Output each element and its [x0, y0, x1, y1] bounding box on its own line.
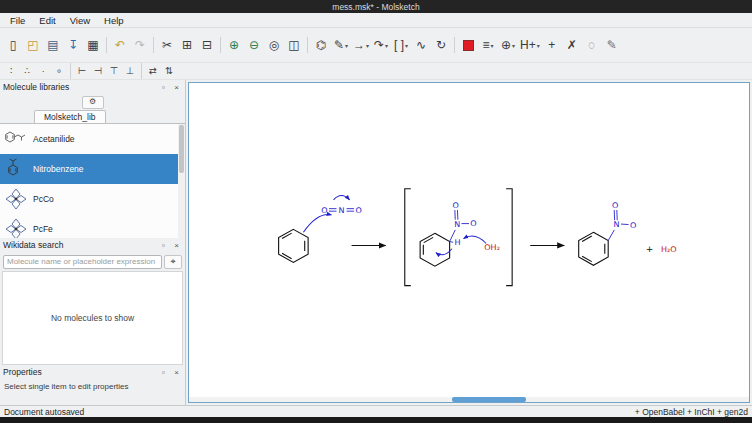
- float-icon: ▫: [162, 241, 165, 250]
- align-top-button[interactable]: ⊤: [107, 64, 121, 78]
- increase-charge-button[interactable]: ⊕▾: [499, 35, 517, 55]
- nitronium-ion: O N O: [321, 195, 361, 214]
- wikidata-panel-title: Wikidata search: [3, 240, 158, 250]
- redo-button[interactable]: ↷: [131, 35, 149, 55]
- rotate-tool-button[interactable]: ↻: [432, 35, 450, 55]
- print-document-button[interactable]: ▦: [84, 35, 102, 55]
- flip-horizontal-button[interactable]: ⇄: [146, 64, 160, 78]
- lasso-tool-button[interactable]: ◌: [583, 35, 601, 55]
- align-right-icon: ⊣: [94, 66, 102, 76]
- align-bottom-button[interactable]: ⊥: [123, 64, 137, 78]
- zoom-original-button[interactable]: ◎: [265, 35, 283, 55]
- zoom-in-button[interactable]: ⊕: [225, 35, 243, 55]
- delete-tool-button[interactable]: ✗: [563, 35, 581, 55]
- zoom-fit-button[interactable]: ◫: [285, 35, 303, 55]
- chain-tool-button[interactable]: ∿: [412, 35, 430, 55]
- bracket-right: [506, 189, 512, 286]
- reactant-benzene: [279, 229, 309, 262]
- hydrogen-add-button[interactable]: H+▾: [519, 35, 541, 55]
- flip-vertical-button[interactable]: ⇅: [162, 64, 176, 78]
- canvas-hscrollbar[interactable]: [189, 397, 749, 402]
- open-document-button[interactable]: ◰: [24, 35, 42, 55]
- align-top-icon: ⊤: [110, 66, 118, 76]
- remove-lone-pair-button[interactable]: ∴: [20, 64, 34, 78]
- svg-text:OH₂: OH₂: [484, 243, 500, 252]
- mechanism-arrow-tool-button[interactable]: ↷▾: [372, 35, 390, 55]
- print-document-icon: ▦: [87, 39, 98, 51]
- paste-button[interactable]: ⊟: [198, 35, 216, 55]
- wikidata-search-input[interactable]: [3, 255, 162, 269]
- wikidata-close-button[interactable]: ×: [171, 240, 182, 251]
- acetanilide-structure-icon: [3, 127, 29, 151]
- bracket-tool-icon: [ ]: [394, 39, 404, 51]
- statusbar: Document autosaved + OpenBabel + InChI +…: [0, 405, 752, 417]
- menu-file[interactable]: File: [3, 14, 32, 27]
- new-document-button[interactable]: ▯: [4, 35, 22, 55]
- wikidata-float-button[interactable]: ▫: [158, 240, 169, 251]
- desktop-strip: [0, 417, 752, 423]
- libraries-panel-header: Molecule libraries ▫ ×: [0, 80, 185, 94]
- close-icon: ×: [174, 368, 179, 377]
- library-scrollbar[interactable]: [178, 124, 185, 238]
- align-left-button[interactable]: ⊢: [75, 64, 89, 78]
- tab-molsketch-lib[interactable]: Molsketch_lib: [34, 110, 106, 123]
- library-item-label: PcFe: [33, 224, 53, 234]
- cut-icon: ✂: [162, 39, 172, 51]
- zoom-out-button[interactable]: ⊖: [245, 35, 263, 55]
- export-image-button[interactable]: ↧: [64, 35, 82, 55]
- cut-button[interactable]: ✂: [158, 35, 176, 55]
- align-right-button[interactable]: ⊣: [91, 64, 105, 78]
- library-scrollbar-thumb[interactable]: [179, 125, 184, 173]
- window-title: mess.msk* - Molsketch: [332, 2, 419, 12]
- float-icon: ▫: [162, 368, 165, 377]
- draw-tool-button[interactable]: ✎▾: [332, 35, 350, 55]
- library-item-nitrobenzene[interactable]: Nitrobenzene: [0, 154, 185, 184]
- drawing-canvas[interactable]: O N O: [188, 82, 750, 403]
- undo-button[interactable]: ↶: [111, 35, 129, 55]
- bracket-tool-button[interactable]: [ ]▾: [392, 35, 410, 55]
- library-config-button[interactable]: ⚙: [82, 96, 104, 109]
- reaction-arrow-tool-button[interactable]: →▾: [352, 35, 370, 55]
- insert-ring-icon: ⌬: [316, 39, 326, 51]
- wikidata-search-button[interactable]: ⌖: [164, 255, 182, 269]
- svg-text:O: O: [470, 220, 476, 229]
- svg-text:H₂O: H₂O: [661, 245, 677, 254]
- menu-view[interactable]: View: [63, 14, 97, 27]
- remove-radical-button[interactable]: ∘: [52, 64, 66, 78]
- svg-text:O: O: [612, 201, 618, 210]
- line-width-button[interactable]: ≡▾: [479, 35, 497, 55]
- remove-radical-icon: ∘: [56, 66, 62, 76]
- add-lone-pair-button[interactable]: ∶: [4, 64, 18, 78]
- menu-help[interactable]: Help: [97, 14, 131, 27]
- wikidata-panel-header: Wikidata search ▫ ×: [0, 238, 185, 252]
- dropdown-arrow-icon: ▾: [405, 42, 408, 49]
- libraries-panel-title: Molecule libraries: [3, 82, 158, 92]
- remove-lone-pair-icon: ∴: [24, 66, 30, 76]
- library-item-acetanilide[interactable]: Acetanilide: [0, 124, 185, 154]
- nitrobenzene-structure-icon: [3, 157, 29, 181]
- zoom-in-icon: ⊕: [229, 39, 239, 51]
- libraries-close-button[interactable]: ×: [171, 82, 182, 93]
- menubar: File Edit View Help: [0, 13, 752, 28]
- text-tool-icon: ✎: [607, 39, 617, 51]
- library-item-pcco[interactable]: PcCo: [0, 184, 185, 214]
- text-tool-button[interactable]: ✎: [603, 35, 621, 55]
- copy-button[interactable]: ⊞: [178, 35, 196, 55]
- move-tool-button[interactable]: +: [543, 35, 561, 55]
- rotate-tool-icon: ↻: [436, 39, 446, 51]
- insert-ring-button[interactable]: ⌬: [312, 35, 330, 55]
- library-item-pcfe[interactable]: PcFe: [0, 214, 185, 238]
- svg-text:H: H: [454, 238, 460, 247]
- canvas-hscrollbar-thumb[interactable]: [452, 397, 526, 402]
- menu-edit[interactable]: Edit: [32, 14, 62, 27]
- draw-tool-icon: ✎: [334, 39, 344, 51]
- save-document-button[interactable]: ▤: [44, 35, 62, 55]
- properties-panel-title: Properties: [3, 367, 158, 377]
- color-swatch-button[interactable]: [459, 35, 477, 55]
- libraries-float-button[interactable]: ▫: [158, 82, 169, 93]
- add-radical-button[interactable]: ∙: [36, 64, 50, 78]
- search-icon: ⌖: [170, 256, 175, 266]
- properties-close-button[interactable]: ×: [171, 367, 182, 378]
- wikidata-search-row: ⌖: [0, 252, 185, 271]
- properties-float-button[interactable]: ▫: [158, 367, 169, 378]
